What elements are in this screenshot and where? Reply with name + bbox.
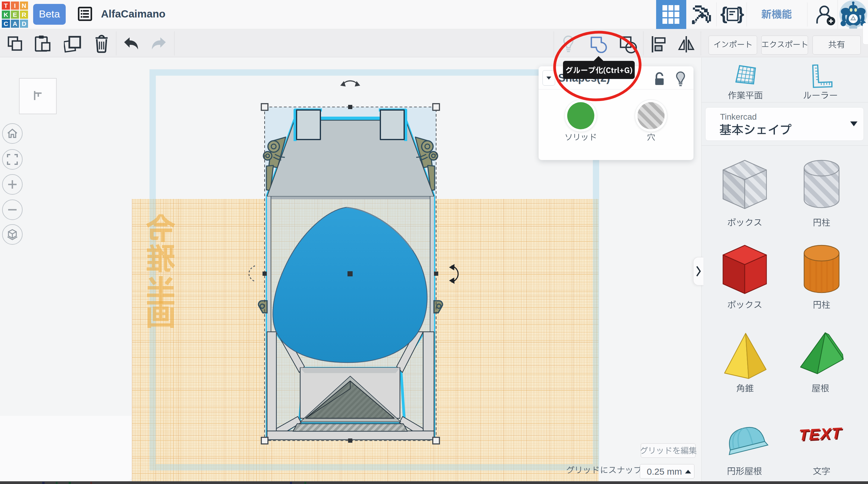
svg-text:TEXT: TEXT [799,424,844,444]
